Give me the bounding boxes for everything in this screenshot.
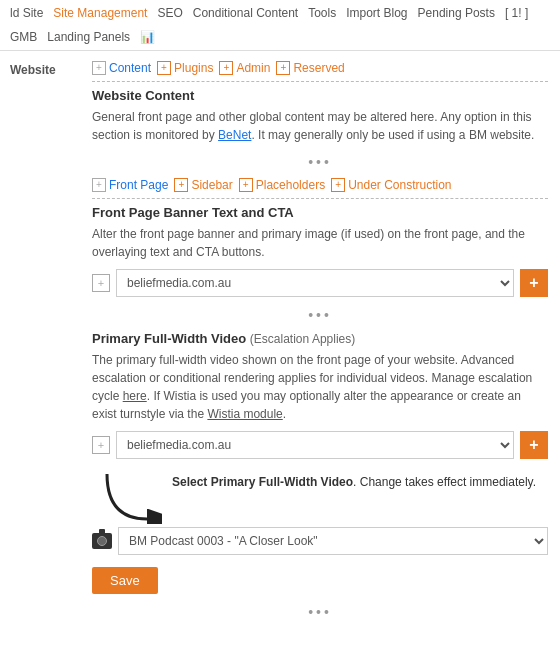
plus-icon-placeholders: + bbox=[239, 178, 253, 192]
plus-icon-front-page: + bbox=[92, 178, 106, 192]
nav-item-pending-posts[interactable]: Pending Posts bbox=[418, 6, 495, 20]
sidebar-label: Website bbox=[0, 51, 80, 638]
tab-admin[interactable]: + Admin bbox=[219, 61, 270, 75]
benet-link[interactable]: BeNet bbox=[218, 128, 251, 142]
nav-item-seo[interactable]: SEO bbox=[157, 6, 182, 20]
tab-sidebar[interactable]: + Sidebar bbox=[174, 178, 232, 192]
primary-video-section: Primary Full-Width Video (Escalation App… bbox=[92, 331, 548, 459]
dotted-divider-1 bbox=[92, 81, 548, 82]
tab-placeholders[interactable]: + Placeholders bbox=[239, 178, 325, 192]
select-video-label-row: Select Primary Full-Width Video. Change … bbox=[92, 469, 548, 519]
plus-icon-plugins: + bbox=[157, 61, 171, 75]
plus-icon-admin: + bbox=[219, 61, 233, 75]
top-nav: ld Site Site Management SEO Conditional … bbox=[0, 0, 560, 51]
main-container: Website + Content + Plugins + Admin + Re… bbox=[0, 51, 560, 638]
save-button[interactable]: Save bbox=[92, 567, 158, 594]
select-video-bold: Select Primary Full-Width Video bbox=[172, 475, 353, 489]
here-link[interactable]: here bbox=[123, 389, 147, 403]
tab-reserved[interactable]: + Reserved bbox=[276, 61, 344, 75]
ellipsis-2: ••• bbox=[92, 307, 548, 323]
plus-box-video[interactable]: + bbox=[92, 436, 110, 454]
select-video-rest: . Change takes effect immediately. bbox=[353, 475, 536, 489]
nav-item-tools[interactable]: Tools bbox=[308, 6, 336, 20]
dotted-divider-2 bbox=[92, 198, 548, 199]
plus-box-banner[interactable]: + bbox=[92, 274, 110, 292]
select-video-label-text: Select Primary Full-Width Video. Change … bbox=[172, 469, 536, 491]
plus-icon-under-construction: + bbox=[331, 178, 345, 192]
nav-item-ld-site[interactable]: ld Site bbox=[10, 6, 43, 20]
tab-under-construction[interactable]: + Under Construction bbox=[331, 178, 451, 192]
website-content-title: Website Content bbox=[92, 88, 548, 103]
wistia-module-link[interactable]: Wistia module bbox=[207, 407, 282, 421]
front-page-banner-title: Front Page Banner Text and CTA bbox=[92, 205, 548, 220]
content-area: + Content + Plugins + Admin + Reserved W… bbox=[80, 51, 560, 638]
plus-icon-content: + bbox=[92, 61, 106, 75]
front-page-banner-dropdown-row: + beliefmedia.com.au + bbox=[92, 269, 548, 297]
nav-item-count[interactable]: [ 1! ] bbox=[505, 6, 528, 20]
ellipsis-1: ••• bbox=[92, 154, 548, 170]
plus-icon-sidebar: + bbox=[174, 178, 188, 192]
plus-icon-reserved: + bbox=[276, 61, 290, 75]
video-select-row: BM Podcast 0003 - "A Closer Look" bbox=[92, 527, 548, 555]
primary-video-select[interactable]: beliefmedia.com.au bbox=[116, 431, 514, 459]
nav-item-import-blog[interactable]: Import Blog bbox=[346, 6, 407, 20]
tab-content[interactable]: + Content bbox=[92, 61, 151, 75]
nav-item-gmb[interactable]: GMB bbox=[10, 30, 37, 44]
nav-item-landing-panels[interactable]: Landing Panels bbox=[47, 30, 130, 44]
camera-icon bbox=[92, 533, 112, 549]
tab-front-page[interactable]: + Front Page bbox=[92, 178, 168, 192]
ellipsis-bottom: ••• bbox=[92, 604, 548, 620]
tab-plugins[interactable]: + Plugins bbox=[157, 61, 213, 75]
primary-video-title: Primary Full-Width Video (Escalation App… bbox=[92, 331, 548, 346]
add-video-button[interactable]: + bbox=[520, 431, 548, 459]
arrow-container bbox=[92, 469, 162, 519]
website-content-desc: General front page and other global cont… bbox=[92, 108, 548, 144]
primary-video-desc: The primary full-width video shown on th… bbox=[92, 351, 548, 423]
front-page-banner-desc: Alter the front page banner and primary … bbox=[92, 225, 548, 261]
nav-item-conditional-content[interactable]: Conditional Content bbox=[193, 6, 298, 20]
nav-item-chart[interactable]: 📊 bbox=[140, 30, 155, 44]
escalation-label: (Escalation Applies) bbox=[250, 332, 355, 346]
arrow-icon bbox=[92, 469, 162, 524]
video-dropdown[interactable]: BM Podcast 0003 - "A Closer Look" bbox=[118, 527, 548, 555]
top-tabs-row: + Content + Plugins + Admin + Reserved bbox=[92, 61, 548, 75]
second-tabs-row: + Front Page + Sidebar + Placeholders + … bbox=[92, 178, 548, 192]
front-page-banner-section: Front Page Banner Text and CTA Alter the… bbox=[92, 205, 548, 297]
primary-video-dropdown-row: + beliefmedia.com.au + bbox=[92, 431, 548, 459]
add-banner-button[interactable]: + bbox=[520, 269, 548, 297]
front-page-banner-select[interactable]: beliefmedia.com.au bbox=[116, 269, 514, 297]
website-content-section: Website Content General front page and o… bbox=[92, 88, 548, 144]
nav-item-site-management[interactable]: Site Management bbox=[53, 6, 147, 20]
